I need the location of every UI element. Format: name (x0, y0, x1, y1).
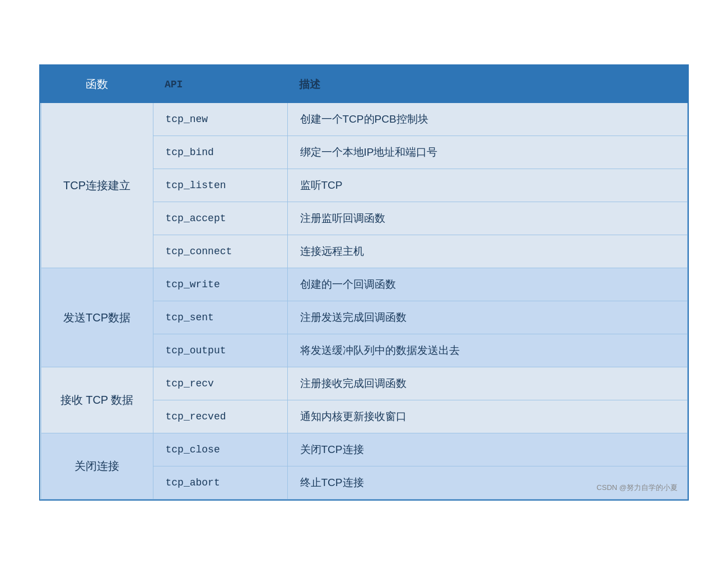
desc-cell: 创建的一个回调函数 (287, 268, 687, 301)
api-cell: tcp_connect (153, 235, 287, 268)
desc-cell: 连接远程主机 (287, 235, 687, 268)
header-desc: 描述 (287, 66, 687, 102)
table-container: 函数 API 描述 TCP连接建立tcp_new创建一个TCP的PCB控制块tc… (39, 64, 689, 501)
api-cell: tcp_bind (153, 136, 287, 169)
api-cell: tcp_recved (153, 400, 287, 433)
function-label: TCP连接建立 (41, 102, 153, 268)
table-header-row: 函数 API 描述 (41, 66, 687, 102)
page-wrapper: 函数 API 描述 TCP连接建立tcp_new创建一个TCP的PCB控制块tc… (0, 0, 728, 565)
table-row: 发送TCP数据tcp_write创建的一个回调函数 (41, 268, 687, 301)
header-function: 函数 (41, 66, 153, 102)
api-cell: tcp_abort (153, 466, 287, 499)
table-row: 关闭连接tcp_close关闭TCP连接 (41, 433, 687, 466)
watermark: CSDN @努力自学的小夏 (596, 483, 678, 493)
api-cell: tcp_listen (153, 169, 287, 202)
main-table: 函数 API 描述 TCP连接建立tcp_new创建一个TCP的PCB控制块tc… (40, 66, 688, 499)
desc-cell: 监听TCP (287, 169, 687, 202)
table-body: TCP连接建立tcp_new创建一个TCP的PCB控制块tcp_bind绑定一个… (41, 102, 687, 499)
function-label: 发送TCP数据 (41, 268, 153, 367)
api-cell: tcp_close (153, 433, 287, 466)
desc-cell: 注册监听回调函数 (287, 202, 687, 235)
header-api: API (153, 66, 287, 102)
api-cell: tcp_accept (153, 202, 287, 235)
desc-cell: 将发送缓冲队列中的数据发送出去 (287, 334, 687, 367)
api-cell: tcp_recv (153, 367, 287, 400)
desc-cell: 创建一个TCP的PCB控制块 (287, 102, 687, 136)
desc-cell: 绑定一个本地IP地址和端口号 (287, 136, 687, 169)
desc-cell: 关闭TCP连接 (287, 433, 687, 466)
api-cell: tcp_output (153, 334, 287, 367)
function-label: 接收 TCP 数据 (41, 367, 153, 433)
table-row: TCP连接建立tcp_new创建一个TCP的PCB控制块 (41, 102, 687, 136)
api-cell: tcp_sent (153, 301, 287, 334)
desc-cell: 注册发送完成回调函数 (287, 301, 687, 334)
table-row: 接收 TCP 数据tcp_recv注册接收完成回调函数 (41, 367, 687, 400)
api-cell: tcp_write (153, 268, 287, 301)
desc-cell: 通知内核更新接收窗口 (287, 400, 687, 433)
api-cell: tcp_new (153, 102, 287, 136)
function-label: 关闭连接 (41, 433, 153, 499)
desc-cell: 注册接收完成回调函数 (287, 367, 687, 400)
